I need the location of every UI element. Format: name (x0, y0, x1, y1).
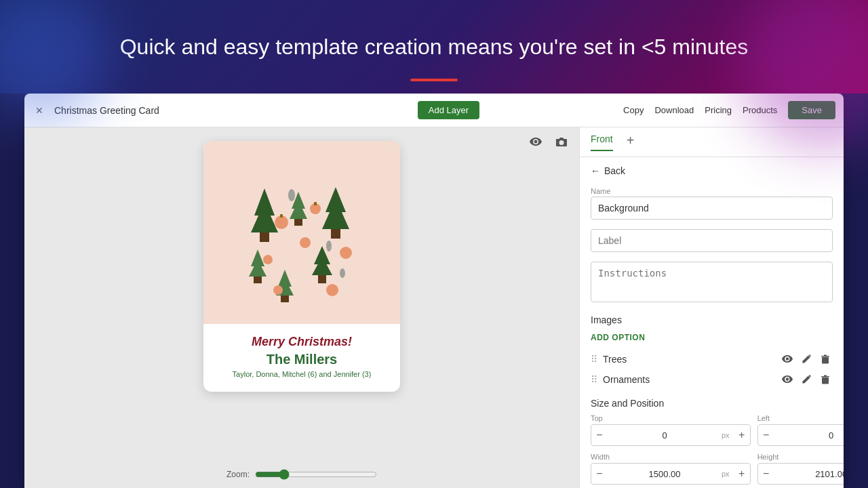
size-position-section: Size and Position Top − px + (591, 398, 833, 488)
width-px-label: px (722, 470, 734, 478)
zoom-label: Zoom: (226, 470, 250, 479)
drag-handle-trees[interactable]: ⠿ (591, 354, 597, 365)
label-field-group (591, 229, 833, 252)
svg-marker-13 (312, 256, 332, 275)
delete-trees-button[interactable] (818, 352, 833, 367)
label-input[interactable] (591, 229, 833, 252)
left-label: Left (757, 414, 844, 422)
height-label: Height (757, 453, 844, 461)
pricing-button[interactable]: Pricing (705, 105, 732, 115)
eye-trees-button[interactable] (780, 352, 795, 367)
top-banner: Quick and easy template creation means y… (0, 0, 868, 94)
image-item-actions-trees (780, 352, 833, 367)
download-button[interactable]: Download (654, 105, 694, 115)
svg-point-24 (273, 285, 283, 295)
images-section-title: Images (591, 314, 833, 325)
svg-point-25 (288, 189, 295, 201)
banner-headline: Quick and easy template creation means y… (120, 35, 749, 60)
svg-point-23 (326, 284, 338, 296)
width-input-wrap: − px + (591, 463, 751, 485)
card-text-area: Merry Christmas! The Millers Taylor, Don… (203, 324, 400, 392)
back-link[interactable]: ← Back (591, 165, 833, 176)
image-items-list: ⠿ Trees (591, 349, 833, 390)
tab-add-button[interactable]: + (627, 133, 635, 151)
christmas-art-svg (217, 155, 387, 310)
toolbar: ✕ Christmas Greeting Card Add Layer Copy… (24, 94, 844, 127)
size-position-title: Size and Position (591, 398, 833, 409)
svg-rect-28 (280, 214, 283, 218)
svg-marker-4 (290, 201, 307, 219)
card-greeting: Merry Christmas! (217, 335, 387, 349)
edit-trees-button[interactable] (799, 352, 814, 367)
height-input[interactable] (774, 465, 844, 483)
back-arrow-icon: ← (591, 165, 600, 176)
height-minus-button[interactable]: − (758, 464, 774, 484)
camera-icon-button[interactable] (552, 133, 571, 152)
zoom-slider[interactable] (255, 469, 377, 480)
height-input-wrap: − px + (757, 463, 844, 485)
banner-underline (410, 79, 458, 81)
top-plus-button[interactable]: + (734, 425, 750, 445)
top-minus-button[interactable]: − (591, 425, 608, 445)
instructions-field-group (591, 262, 833, 305)
top-label: Top (591, 414, 751, 422)
name-field-group: Name (591, 187, 833, 220)
drag-handle-ornaments[interactable]: ⠿ (591, 374, 597, 385)
add-option-button[interactable]: ADD OPTION (591, 333, 645, 342)
christmas-card: Merry Christmas! The Millers Taylor, Don… (203, 141, 400, 392)
copy-button[interactable]: Copy (623, 105, 644, 115)
top-input-wrap: − px + (591, 424, 751, 446)
editor-container: ✕ Christmas Greeting Card Add Layer Copy… (24, 94, 844, 488)
image-item-name-ornaments: Ornaments (603, 374, 774, 385)
width-minus-button[interactable]: − (591, 464, 608, 484)
card-family-members: Taylor, Donna, Mitchel (6) and Jennifer … (217, 370, 387, 378)
panel-content: ← Back Name Images ADD OPTIO (580, 157, 844, 488)
tab-front[interactable]: Front (591, 134, 613, 151)
zoom-bar: Zoom: (226, 469, 377, 480)
width-height-row: Width − px + Height − (591, 453, 833, 485)
svg-rect-2 (260, 232, 269, 242)
svg-rect-8 (331, 229, 340, 239)
canvas-area: Merry Christmas! The Millers Taylor, Don… (24, 127, 579, 488)
top-px-label: px (722, 431, 734, 439)
top-left-row: Top − px + Left − (591, 414, 833, 446)
left-minus-button[interactable]: − (758, 425, 774, 445)
card-family-name: The Millers (217, 352, 387, 367)
eye-icon-button[interactable] (526, 133, 545, 152)
top-input[interactable] (608, 426, 722, 445)
svg-marker-7 (322, 199, 349, 229)
doc-title: Christmas Greeting Card (54, 105, 410, 116)
svg-rect-14 (318, 275, 326, 283)
editor-body: Merry Christmas! The Millers Taylor, Don… (24, 127, 844, 488)
svg-point-21 (263, 255, 273, 264)
right-panel: Front + ← Back Name (579, 127, 844, 488)
svg-rect-5 (294, 219, 302, 226)
name-input[interactable] (591, 197, 833, 220)
svg-point-20 (340, 247, 352, 259)
svg-point-27 (340, 268, 345, 278)
svg-rect-17 (281, 296, 289, 302)
width-plus-button[interactable]: + (734, 464, 750, 484)
instructions-textarea[interactable] (591, 262, 833, 302)
height-field: Height − px + (757, 453, 844, 485)
image-item-actions-ornaments (780, 372, 833, 387)
delete-ornaments-button[interactable] (818, 372, 833, 387)
back-label: Back (604, 165, 625, 176)
svg-point-22 (300, 237, 311, 248)
eye-ornaments-button[interactable] (780, 372, 795, 387)
svg-point-26 (326, 241, 332, 251)
left-field: Left − px + (757, 414, 844, 446)
image-item-trees: ⠿ Trees (591, 349, 833, 369)
width-input[interactable] (608, 465, 722, 483)
edit-ornaments-button[interactable] (799, 372, 814, 387)
add-layer-button[interactable]: Add Layer (418, 101, 479, 119)
top-field: Top − px + (591, 414, 751, 446)
width-label: Width (591, 453, 751, 461)
svg-rect-29 (314, 202, 317, 205)
width-field: Width − px + (591, 453, 751, 485)
image-item-name-trees: Trees (603, 354, 774, 365)
card-image-area (203, 141, 400, 324)
name-label: Name (591, 187, 833, 195)
image-item-ornaments: ⠿ Ornaments (591, 369, 833, 390)
left-input[interactable] (774, 426, 844, 445)
